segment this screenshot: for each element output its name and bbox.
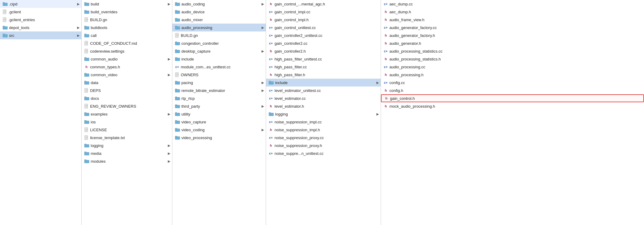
cpp-file-icon: c+ [268, 25, 273, 30]
list-item[interactable]: c+noise_suppression_impl.cc [266, 118, 381, 126]
list-item[interactable]: c+gain_control_impl.cc [266, 8, 381, 16]
list-item[interactable]: c+noise_suppre...n_unittest.cc [266, 149, 381, 157]
list-item[interactable]: haudio_generator_factory.h [381, 31, 644, 39]
list-item[interactable]: rtp_rtcp [172, 94, 266, 102]
cpp-file-icon: c+ [268, 64, 273, 70]
h-file-icon: h [84, 64, 89, 70]
list-item[interactable]: c+noise_suppression_proxy.cc [266, 134, 381, 142]
folder-icon [84, 2, 89, 6]
list-item[interactable]: hhigh_pass_filter.h [266, 71, 381, 79]
list-item[interactable]: haudio_frame_view.h [381, 16, 644, 24]
list-item[interactable]: common_video▶ [82, 71, 172, 79]
list-item[interactable]: haudio_generator.h [381, 39, 644, 47]
list-item[interactable]: c+config.cc [381, 79, 644, 86]
item-label: level_estimator.h [275, 104, 379, 109]
list-item[interactable]: logging▶ [82, 142, 172, 149]
list-item[interactable]: c+high_pass_filter_unittest.cc [266, 55, 381, 63]
list-item[interactable]: c+audio_generator_factory.cc [381, 24, 644, 31]
list-item[interactable]: call [82, 31, 172, 39]
item-label: .gclient [8, 10, 80, 14]
list-item[interactable]: c+module_com...es_unittest.cc [172, 63, 266, 71]
list-item[interactable]: BUILD.gn [172, 31, 266, 39]
item-label: depot_tools [9, 25, 77, 30]
h-file-icon: h [268, 143, 273, 148]
list-item[interactable]: hmock_audio_processing.h [381, 102, 644, 110]
list-item[interactable]: LICENSE [82, 126, 172, 134]
list-item[interactable]: BUILD.gn [82, 16, 172, 24]
list-item[interactable]: third_party▶ [172, 102, 266, 110]
list-item[interactable]: video_coding▶ [172, 126, 266, 134]
list-item[interactable]: c+level_estimator.cc [266, 94, 381, 102]
list-item[interactable]: c+audio_processing.cc [381, 63, 644, 71]
folder-icon [175, 10, 180, 14]
list-item[interactable]: video_capture [172, 118, 266, 126]
list-item[interactable]: audio_processing▶ [172, 24, 266, 31]
list-item[interactable]: license_template.txt [82, 134, 172, 142]
list-item[interactable]: utility [172, 110, 266, 118]
list-item[interactable]: build_overrides [82, 8, 172, 16]
list-item[interactable]: audio_mixer [172, 16, 266, 24]
cpp-file-icon: c+ [383, 1, 388, 7]
item-label: gain_controller2_unittest.cc [275, 33, 379, 38]
list-item[interactable]: modules▶ [82, 157, 172, 165]
list-item[interactable]: desktop_capture▶ [172, 47, 266, 55]
list-item[interactable]: video_processing [172, 134, 266, 142]
list-item[interactable]: .gclient_entries [0, 16, 81, 24]
list-item[interactable]: hgain_control.h [381, 94, 644, 102]
doc-file-icon [84, 135, 89, 140]
chevron-right-icon: ▶ [262, 49, 264, 53]
list-item[interactable]: common_audio▶ [82, 55, 172, 63]
list-item[interactable]: c+aec_dump.cc [381, 0, 644, 8]
list-item[interactable]: DEPS [82, 86, 172, 94]
list-item[interactable]: include [172, 55, 266, 63]
list-item[interactable]: c+gain_controller2.cc [266, 39, 381, 47]
list-item[interactable]: ios [82, 118, 172, 126]
list-item[interactable]: hcommon_types.h [82, 63, 172, 71]
list-item[interactable]: .cipd▶ [0, 0, 81, 8]
list-item[interactable]: c+level_estimator_unittest.cc [266, 86, 381, 94]
item-label: LICENSE [90, 128, 170, 132]
list-item[interactable]: include▶ [266, 79, 381, 86]
list-item[interactable]: media▶ [82, 149, 172, 157]
list-item[interactable]: examples▶ [82, 110, 172, 118]
list-item[interactable]: haudio_processing_statistics.h [381, 55, 644, 63]
list-item[interactable]: c+gain_controller2_unittest.cc [266, 31, 381, 39]
list-item[interactable]: hgain_control_impl.h [266, 16, 381, 24]
list-item[interactable]: build▶ [82, 0, 172, 8]
item-label: noise_suppression_proxy.h [275, 143, 379, 148]
list-item[interactable]: codereview.settings [82, 47, 172, 55]
list-item[interactable]: hconfig.h [381, 86, 644, 94]
list-item[interactable]: docs [82, 94, 172, 102]
list-item[interactable]: c+audio_processing_statistics.cc [381, 47, 644, 55]
folder-icon [84, 143, 89, 148]
h-file-icon: h [383, 56, 388, 62]
list-item[interactable]: CODE_OF_CONDUCT.md [82, 39, 172, 47]
list-item[interactable]: c+high_pass_filter.cc [266, 63, 381, 71]
list-item[interactable]: logging▶ [266, 110, 381, 118]
list-item[interactable]: hgain_control_...mental_agc.h [266, 0, 381, 8]
list-item[interactable]: audio_device [172, 8, 266, 16]
list-item[interactable]: hnoise_suppression_impl.h [266, 126, 381, 134]
list-item[interactable]: remote_bitrate_estimator▶ [172, 86, 266, 94]
list-item[interactable]: pacing▶ [172, 79, 266, 86]
list-item[interactable]: src▶ [0, 31, 81, 39]
list-item[interactable]: buildtools [82, 24, 172, 31]
folder-icon [175, 104, 180, 108]
list-item[interactable]: hgain_controller2.h [266, 47, 381, 55]
list-item[interactable]: data [82, 79, 172, 86]
list-item[interactable]: congestion_controller [172, 39, 266, 47]
list-item[interactable]: OWNERS [172, 71, 266, 79]
list-item[interactable]: depot_tools▶ [0, 24, 81, 31]
list-item[interactable]: .gclient [0, 8, 81, 16]
list-item[interactable]: ENG_REVIEW_OWNERS [82, 102, 172, 110]
list-item[interactable]: hlevel_estimator.h [266, 102, 381, 110]
column-4: hgain_control_...mental_agc.hc+gain_cont… [266, 0, 381, 225]
list-item[interactable]: hnoise_suppression_proxy.h [266, 142, 381, 149]
list-item[interactable]: haec_dump.h [381, 8, 644, 16]
folder-icon [84, 112, 89, 116]
list-item[interactable]: haudio_processing.h [381, 71, 644, 79]
list-item[interactable]: c+gain_control_unittest.cc [266, 24, 381, 31]
list-item[interactable]: audio_coding▶ [172, 0, 266, 8]
doc-file-icon [2, 17, 7, 22]
cpp-file-icon: c+ [268, 9, 273, 15]
